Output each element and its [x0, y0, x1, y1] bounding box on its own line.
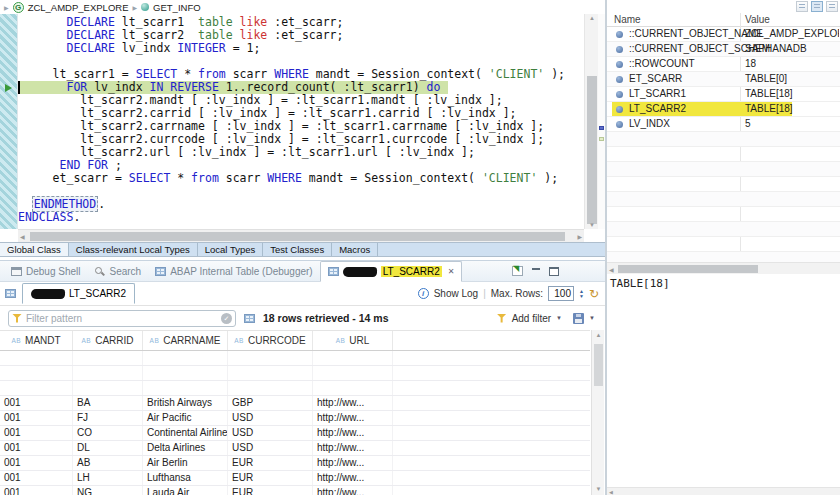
- editor-vscroll-thumb[interactable]: [587, 76, 597, 224]
- variables-horizontal-scrollbar[interactable]: ◀: [607, 262, 840, 274]
- variable-row-rowcount[interactable]: ::ROWCOUNT18: [607, 57, 840, 72]
- variables-toolbar-icon[interactable]: [811, 1, 823, 12]
- class-icon: G: [13, 2, 24, 13]
- column-header-mandt[interactable]: ABMANDT: [0, 331, 73, 350]
- variables-toolbar-icon[interactable]: [796, 1, 808, 12]
- editor-tab-macros[interactable]: Macros: [332, 243, 378, 256]
- redacted-system-id: [343, 267, 377, 277]
- close-icon[interactable]: ✕: [448, 267, 455, 276]
- table-cell: NG: [73, 486, 143, 495]
- add-filter-button[interactable]: Add filter: [512, 313, 551, 324]
- refresh-icon[interactable]: ↻: [589, 288, 599, 300]
- variable-row-empty: [607, 237, 840, 252]
- code-editor[interactable]: DECLARE lt_scarr1 table like :et_scarr; …: [0, 14, 605, 229]
- variable-row-lv-indx[interactable]: LV_INDX5: [607, 117, 840, 132]
- table-row[interactable]: 001BABritish AirwaysGBPhttp://ww...: [0, 396, 590, 411]
- variables-toolbar-icon[interactable]: [826, 1, 838, 12]
- minimize-view-icon[interactable]: [531, 267, 541, 276]
- scroll-up-icon[interactable]: ▲: [585, 15, 599, 21]
- scroll-up-icon[interactable]: ▲: [592, 332, 605, 338]
- scroll-down-icon[interactable]: ▼: [585, 222, 599, 228]
- table-cell: [143, 381, 228, 395]
- overview-ruler[interactable]: [598, 14, 605, 229]
- editor-tab-class-relevant-local-types[interactable]: Class-relevant Local Types: [69, 243, 198, 256]
- table-vscroll-thumb[interactable]: [594, 344, 603, 386]
- table-body[interactable]: 001BABritish AirwaysGBPhttp://ww...001FJ…: [0, 351, 590, 495]
- column-header-url[interactable]: ABURL: [313, 331, 393, 350]
- editor-vertical-scrollbar[interactable]: ▲ ▼: [584, 14, 598, 229]
- view-tab-bar: Debug ShellSearchABAP Internal Table (De…: [4, 260, 462, 282]
- column-header-label: CARRID: [95, 335, 133, 346]
- editor-tab-local-types[interactable]: Local Types: [198, 243, 264, 256]
- detail-horizontal-scrollbar[interactable]: ◀: [607, 487, 840, 495]
- variable-row-current-object-name[interactable]: ::CURRENT_OBJECT_NAMEZCL_AMDP_EXPLORE=>: [607, 27, 840, 42]
- value-column-header[interactable]: Value: [745, 14, 770, 25]
- table-cell: USD: [228, 411, 313, 425]
- view-tab-search[interactable]: Search: [87, 261, 148, 282]
- export-save-icon[interactable]: [573, 313, 584, 324]
- variable-row-empty: [607, 147, 840, 162]
- stepper-down-icon[interactable]: ▼: [579, 294, 584, 298]
- table-row[interactable]: 001COContinental AirlinesUSDhttp://ww...: [0, 426, 590, 441]
- code-line: ENDCLASS.: [18, 211, 584, 224]
- variable-value: TABLE[18]: [745, 103, 793, 114]
- variable-row-et-scarr[interactable]: ET_SCARRTABLE[0]: [607, 72, 840, 87]
- scroll-left-icon[interactable]: ◀: [609, 266, 614, 273]
- apply-filter-icon[interactable]: ✓: [221, 313, 232, 324]
- view-tab-abap-internal-table-debugger[interactable]: ABAP Internal Table (Debugger): [148, 261, 320, 282]
- export-dropdown-icon[interactable]: ▼: [589, 315, 595, 321]
- breadcrumb-class-name[interactable]: ZCL_AMDP_EXPLORE: [28, 2, 129, 13]
- table-row[interactable]: [0, 366, 590, 381]
- column-header-carrid[interactable]: ABCARRID: [73, 331, 143, 350]
- view-tab-lt-scarr2[interactable]: LT_SCARR2✕: [320, 261, 463, 282]
- show-log-button[interactable]: Show Log: [434, 288, 478, 299]
- editor-tab-test-classes[interactable]: Test Classes: [263, 243, 332, 256]
- variable-icon: [616, 46, 623, 53]
- variable-row-lt-scarr1[interactable]: LT_SCARR1TABLE[18]: [607, 87, 840, 102]
- add-filter-dropdown-icon[interactable]: ▼: [556, 315, 562, 321]
- table-row[interactable]: [0, 351, 590, 366]
- table-row[interactable]: 001ABAir BerlinEURhttp://ww...: [0, 456, 590, 471]
- editor-hscroll-thumb[interactable]: [30, 232, 565, 241]
- internal-table-tab[interactable]: LT_SCARR2: [22, 283, 135, 304]
- table-row[interactable]: [0, 381, 590, 396]
- annotation-marker-icon[interactable]: [599, 137, 604, 141]
- max-rows-input[interactable]: 100: [548, 286, 574, 301]
- max-rows-stepper[interactable]: ▲ ▼: [579, 289, 584, 298]
- variable-row-lt-scarr2[interactable]: LT_SCARR2TABLE[18]: [607, 102, 840, 117]
- editor-gutter[interactable]: [0, 14, 18, 229]
- breadcrumb-expand-icon[interactable]: ▶: [4, 4, 9, 11]
- breadcrumb-method-name[interactable]: GET_INFO: [153, 2, 201, 13]
- restore-view-icon[interactable]: [512, 266, 523, 276]
- editor-horizontal-scrollbar[interactable]: ◀ ▶: [18, 229, 584, 242]
- variables-rows: ::CURRENT_OBJECT_NAMEZCL_AMDP_EXPLORE=>:…: [607, 27, 840, 267]
- table-row[interactable]: 001DLDelta AirlinesUSDhttp://ww...: [0, 441, 590, 456]
- variable-row-current-object-schem[interactable]: ::CURRENT_OBJECT_SCHEMSAPHANADB: [607, 42, 840, 57]
- view-tab-debug-shell[interactable]: Debug Shell: [4, 261, 87, 282]
- maximize-view-icon[interactable]: [549, 267, 559, 276]
- table-cell: AB: [73, 456, 143, 470]
- scroll-left-icon[interactable]: ◀: [20, 233, 25, 240]
- table-vertical-scrollbar[interactable]: ▲ ▼: [591, 330, 604, 495]
- column-header-label: URL: [349, 335, 369, 346]
- name-column-header[interactable]: Name: [614, 14, 641, 25]
- column-header-currcode[interactable]: ABCURRCODE: [228, 331, 313, 350]
- code-area[interactable]: DECLARE lt_scarr1 table like :et_scarr; …: [18, 16, 584, 224]
- variable-icon: [616, 91, 623, 98]
- scroll-left-icon[interactable]: ◀: [609, 489, 613, 495]
- table-row[interactable]: 001LHLufthansaEURhttp://ww...: [0, 471, 590, 486]
- add-filter-funnel-icon: [497, 314, 507, 323]
- editor-tab-bar: Global ClassClass-relevant Local TypesLo…: [0, 242, 605, 257]
- annotation-marker-icon[interactable]: [599, 126, 604, 130]
- filter-input[interactable]: Filter pattern ✓: [8, 310, 236, 327]
- table-cell: [73, 381, 143, 395]
- table-row[interactable]: 001FJAir PacificUSDhttp://ww...: [0, 411, 590, 426]
- scroll-down-icon[interactable]: ▼: [592, 486, 605, 492]
- scroll-right-icon[interactable]: ▶: [577, 233, 582, 240]
- variables-hscroll-thumb[interactable]: [618, 265, 758, 273]
- variables-toolbar: [796, 1, 838, 12]
- variable-detail-pane[interactable]: TABLE[18]: [607, 274, 840, 487]
- editor-tab-global-class[interactable]: Global Class: [0, 243, 69, 256]
- table-row[interactable]: 001NGLauda AirEURhttp://ww...: [0, 486, 590, 495]
- column-header-carrname[interactable]: ABCARRNAME: [143, 331, 228, 350]
